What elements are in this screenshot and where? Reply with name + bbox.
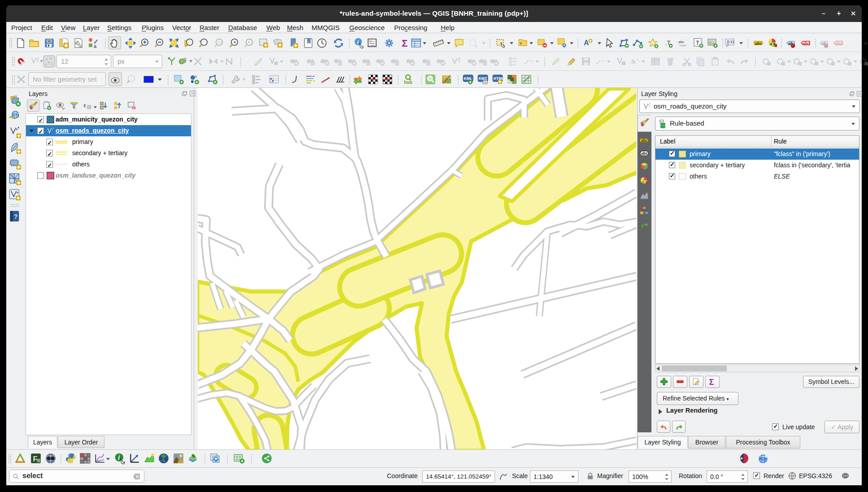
svg-text:Σ: Σ: [402, 38, 408, 48]
svg-text:abc: abc: [755, 41, 762, 46]
svg-text:A: A: [584, 39, 589, 47]
svg-text:hub: hub: [404, 80, 412, 85]
svg-text:F: F: [33, 455, 38, 463]
svg-text:abc: abc: [835, 41, 842, 46]
svg-text:abc: abc: [641, 152, 648, 156]
svg-text:Σ: Σ: [709, 377, 714, 386]
svg-text:T: T: [696, 39, 699, 46]
svg-text:?: ?: [14, 213, 18, 220]
svg-text:1:1: 1:1: [217, 41, 222, 44]
svg-text:ab́c: ab́c: [678, 40, 684, 44]
svg-text:ε: ε: [520, 41, 522, 45]
svg-text:abc: abc: [803, 41, 810, 46]
svg-text:ε: ε: [84, 102, 87, 109]
svg-text:abc: abc: [641, 139, 648, 143]
svg-text:fx: fx: [631, 58, 636, 65]
svg-text:»: »: [864, 39, 868, 47]
svg-text:a: a: [94, 44, 97, 48]
